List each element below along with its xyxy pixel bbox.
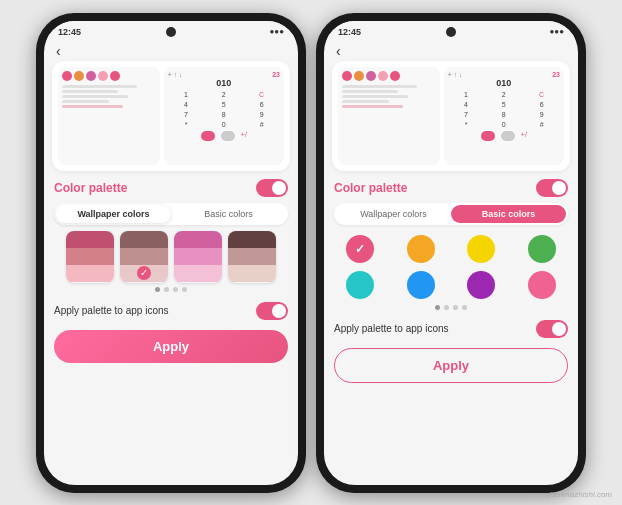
tab-wallpaper-2[interactable]: Wallpaper colors xyxy=(336,205,451,223)
dot-light xyxy=(98,71,108,81)
phone-1-screen: 12:45 ●●● ‹ xyxy=(44,21,298,485)
status-icons-2: ●●● xyxy=(550,27,565,36)
apply-palette-label-1: Apply palette to app icons xyxy=(54,305,169,316)
preview-lines-1 xyxy=(62,85,156,108)
color-green[interactable] xyxy=(528,235,556,263)
preview-area-2: + ↑ ↓ 23 010 1 2 C 4 5 6 7 8 xyxy=(332,61,570,171)
back-button-1[interactable]: ‹ xyxy=(44,39,298,61)
section-body-1: Color palette Wallpaper colors Basic col… xyxy=(44,171,298,485)
swatch-2[interactable] xyxy=(120,231,168,283)
preview-wrapper-2: + ↑ ↓ 23 010 1 2 C 4 5 6 7 8 xyxy=(324,61,578,171)
status-icons-1: ●●● xyxy=(270,27,285,36)
tab-basic-2[interactable]: Basic colors xyxy=(451,205,566,223)
phones-container: 12:45 ●●● ‹ xyxy=(36,13,586,493)
preview-dots-1 xyxy=(62,71,156,81)
phone-1: 12:45 ●●● ‹ xyxy=(36,13,306,493)
color-red[interactable] xyxy=(346,235,374,263)
tab-basic-1[interactable]: Basic colors xyxy=(171,205,286,223)
apply-button-2[interactable]: Apply xyxy=(334,348,568,383)
dot-red xyxy=(62,71,72,81)
swatch-1[interactable] xyxy=(66,231,114,283)
apply-palette-row-1: Apply palette to app icons xyxy=(54,298,288,324)
preview-number-1: 010 xyxy=(216,78,231,88)
apply-palette-label-2: Apply palette to app icons xyxy=(334,323,449,334)
color-yellow[interactable] xyxy=(467,235,495,263)
watermark: shenmazhishi.com xyxy=(546,490,612,499)
color-palette-row-1: Color palette xyxy=(54,171,288,203)
wallpaper-swatches-1 xyxy=(54,231,288,283)
apply-palette-row-2: Apply palette to app icons xyxy=(334,316,568,342)
color-light-pink[interactable] xyxy=(528,271,556,299)
preview-left-1 xyxy=(58,67,160,165)
end-btn-1 xyxy=(221,131,235,141)
color-palette-toggle-2[interactable] xyxy=(536,179,568,197)
section-body-2: Color palette Wallpaper colors Basic col… xyxy=(324,171,578,485)
color-palette-toggle-1[interactable] xyxy=(256,179,288,197)
color-palette-row-2: Color palette xyxy=(334,171,568,203)
back-button-2[interactable]: ‹ xyxy=(324,39,578,61)
dial-key-c: C xyxy=(243,90,280,99)
preview-number-2: 010 xyxy=(496,78,511,88)
preview-lines-2 xyxy=(342,85,436,108)
color-palette-label-2: Color palette xyxy=(334,181,407,195)
end-btn-2 xyxy=(501,131,515,141)
preview-left-2 xyxy=(338,67,440,165)
preview-right-2: + ↑ ↓ 23 010 1 2 C 4 5 6 7 8 xyxy=(444,67,564,165)
dot-red2 xyxy=(110,71,120,81)
preview-dots-2 xyxy=(342,71,436,81)
swatch-3[interactable] xyxy=(174,231,222,283)
apply-palette-toggle-2[interactable] xyxy=(536,320,568,338)
dots-indicator-1 xyxy=(54,287,288,292)
dial-grid-2: 1 2 C 4 5 6 7 8 9 * 0 # xyxy=(448,90,560,129)
phone-2-screen: 12:45 ●●● ‹ xyxy=(324,21,578,485)
time-1: 12:45 xyxy=(58,27,81,37)
time-2: 12:45 xyxy=(338,27,361,37)
tab-bar-1: Wallpaper colors Basic colors xyxy=(54,203,288,225)
color-purple[interactable] xyxy=(467,271,495,299)
call-btn-2 xyxy=(481,131,495,141)
dial-grid-1: 1 2 C 4 5 6 7 8 9 * 0 # xyxy=(168,90,280,129)
color-blue[interactable] xyxy=(407,271,435,299)
apply-palette-toggle-1[interactable] xyxy=(256,302,288,320)
num-23: 23 xyxy=(272,71,280,78)
call-btn-1 xyxy=(201,131,215,141)
dot-pink xyxy=(86,71,96,81)
phone-2: 12:45 ●●● ‹ xyxy=(316,13,586,493)
status-bar-1: 12:45 ●●● xyxy=(44,21,298,39)
color-teal[interactable] xyxy=(346,271,374,299)
tab-wallpaper-1[interactable]: Wallpaper colors xyxy=(56,205,171,223)
preview-wrapper-1: + ↑ ↓ 23 010 1 2 C 4 5 6 7 8 xyxy=(44,61,298,171)
apply-button-1[interactable]: Apply xyxy=(54,330,288,363)
tab-bar-2: Wallpaper colors Basic colors xyxy=(334,203,568,225)
preview-area-1: + ↑ ↓ 23 010 1 2 C 4 5 6 7 8 xyxy=(52,61,290,171)
swatch-4[interactable] xyxy=(228,231,276,283)
colors-grid-2 xyxy=(334,231,568,305)
preview-right-1: + ↑ ↓ 23 010 1 2 C 4 5 6 7 8 xyxy=(164,67,284,165)
color-palette-label-1: Color palette xyxy=(54,181,127,195)
status-bar-2: 12:45 ●●● xyxy=(324,21,578,39)
color-orange[interactable] xyxy=(407,235,435,263)
dots-indicator-2 xyxy=(334,305,568,310)
dot-orange xyxy=(74,71,84,81)
